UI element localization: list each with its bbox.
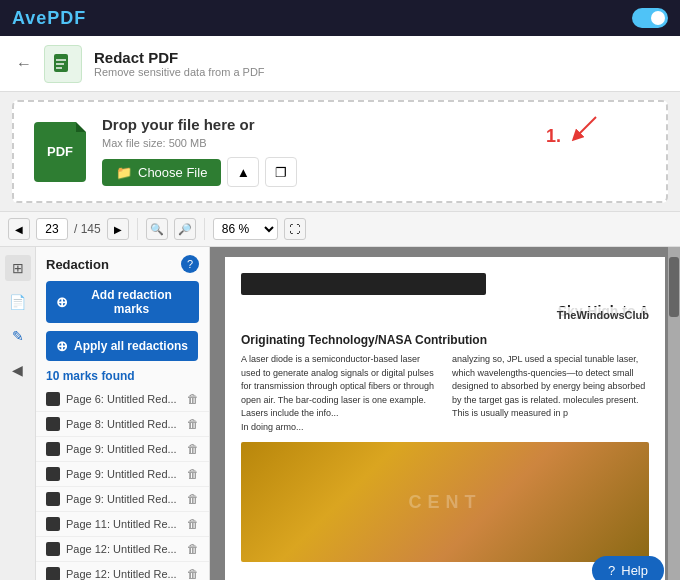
list-item: Page 12: Untitled Re... 🗑 — [36, 562, 209, 580]
toolbar-sep-1 — [137, 218, 138, 240]
upload-buttons: 📁 Choose File ▲ ❐ — [102, 157, 646, 187]
next-page-button[interactable]: ▶ — [107, 218, 129, 240]
pdf-page: Sky-High to A TheWindowsClub Originating… — [225, 257, 665, 580]
pdf-body2-text: In doing armo... — [241, 421, 438, 435]
svg-rect-3 — [56, 67, 62, 69]
mark-label: Page 11: Untitled Re... — [66, 518, 181, 530]
mark-delete-button[interactable]: 🗑 — [187, 567, 199, 580]
panel-content: Redaction ? ⊕ Add redaction marks 2. — [36, 247, 209, 580]
app-title-group: Redact PDF Remove sensitive data from a … — [94, 49, 265, 78]
toggle-switch[interactable] — [632, 8, 668, 28]
list-item: Page 11: Untitled Re... 🗑 — [36, 512, 209, 537]
app-icon — [44, 45, 82, 83]
list-item: Page 8: Untitled Red... 🗑 — [36, 412, 209, 437]
toolbar-row: ◀ / 145 ▶ 🔍 🔎 86 % 50 % 75 % 100 % 125 %… — [0, 211, 680, 247]
marks-count: 10 marks found — [36, 365, 209, 387]
svg-rect-1 — [56, 59, 66, 61]
list-item: Page 9: Untitled Red... 🗑 — [36, 487, 209, 512]
list-item: Page 9: Untitled Red... 🗑 — [36, 437, 209, 462]
fit-page-button[interactable]: ⛶ — [284, 218, 306, 240]
cloud-icon: ▲ — [237, 165, 250, 180]
add-redaction-icon: ⊕ — [56, 294, 68, 310]
panel-header: Redaction ? — [36, 247, 209, 277]
sub-header: ← Redact PDF Remove sensitive data from … — [0, 36, 680, 92]
left-icon-bar: ⊞ 📄 ✎ ◀ — [0, 247, 36, 580]
mark-label: Page 9: Untitled Red... — [66, 468, 181, 480]
grid-view-button[interactable]: ⊞ — [5, 255, 31, 281]
pdf-icon: PDF — [34, 122, 86, 182]
add-redaction-wrapper: ⊕ Add redaction marks 2. — [36, 277, 209, 327]
marks-list: Page 6: Untitled Red... 🗑 Page 8: Untitl… — [36, 387, 209, 580]
pdf-body: A laser diode is a semiconductor-based l… — [241, 353, 649, 434]
mark-delete-button[interactable]: 🗑 — [187, 517, 199, 531]
mark-label: Page 12: Untitled Re... — [66, 543, 181, 555]
help-icon: ? — [608, 563, 615, 578]
mark-delete-button[interactable]: 🗑 — [187, 442, 199, 456]
pdf-scrollbar[interactable] — [668, 247, 680, 580]
mark-checkbox[interactable] — [46, 517, 60, 531]
list-item: Page 9: Untitled Red... 🗑 — [36, 462, 209, 487]
choose-file-button[interactable]: 📁 Choose File — [102, 159, 221, 186]
left-panel: ⊞ 📄 ✎ ◀ Redaction ? ⊕ Add redaction mark… — [0, 247, 210, 580]
page-number-input[interactable] — [36, 218, 68, 240]
redact-pdf-icon — [51, 52, 75, 76]
app-logo: AvePDF — [12, 8, 86, 29]
mark-checkbox[interactable] — [46, 542, 60, 556]
back-button[interactable]: ← — [16, 55, 32, 73]
mark-label: Page 8: Untitled Red... — [66, 418, 181, 430]
page-total: / 145 — [74, 222, 101, 236]
mark-label: Page 12: Untitled Re... — [66, 568, 181, 580]
mark-delete-button[interactable]: 🗑 — [187, 417, 199, 431]
arrow-icon — [566, 112, 606, 142]
panel-title: Redaction — [46, 257, 109, 272]
list-item: Page 6: Untitled Red... 🗑 — [36, 387, 209, 412]
header-bar: AvePDF — [0, 0, 680, 36]
apply-redactions-button[interactable]: ⊕ Apply all redactions — [46, 331, 198, 361]
redaction-bar — [241, 273, 486, 295]
mark-checkbox[interactable] — [46, 417, 60, 431]
pdf-coin-image: CENT — [241, 442, 649, 562]
mark-checkbox[interactable] — [46, 567, 60, 580]
add-redaction-button[interactable]: ⊕ Add redaction marks — [46, 281, 199, 323]
prev-page-button[interactable]: ◀ — [8, 218, 30, 240]
mark-label: Page 9: Untitled Red... — [66, 443, 181, 455]
mark-delete-button[interactable]: 🗑 — [187, 492, 199, 506]
toolbar-sep-2 — [204, 218, 205, 240]
list-item: Page 12: Untitled Re... 🗑 — [36, 537, 209, 562]
mark-delete-button[interactable]: 🗑 — [187, 542, 199, 556]
pdf-col1-text: A laser diode is a semiconductor-based l… — [241, 353, 438, 421]
pdf-sub-heading: Originating Technology/NASA Contribution — [241, 333, 649, 347]
redact-tool-button[interactable]: ✎ — [5, 323, 31, 349]
collapse-panel-button[interactable]: ◀ — [5, 357, 31, 383]
folder-icon: 📁 — [116, 165, 132, 180]
pdf-view[interactable]: Sky-High to A TheWindowsClub Originating… — [210, 247, 680, 580]
mark-label: Page 6: Untitled Red... — [66, 393, 181, 405]
dropbox-button[interactable]: ❐ — [265, 157, 297, 187]
watermark-overlay: TheWindowsClub — [551, 307, 655, 323]
help-button[interactable]: ? Help — [592, 556, 664, 580]
apply-redaction-wrapper: ⊕ Apply all redactions 3. — [36, 327, 209, 365]
pdf-col2-text: analyzing so, JPL used a special tunable… — [452, 353, 649, 421]
main-area: ⊞ 📄 ✎ ◀ Redaction ? ⊕ Add redaction mark… — [0, 247, 680, 580]
pages-view-button[interactable]: 📄 — [5, 289, 31, 315]
mark-delete-button[interactable]: 🗑 — [187, 392, 199, 406]
mark-label: Page 9: Untitled Red... — [66, 493, 181, 505]
apply-redaction-icon: ⊕ — [56, 338, 68, 354]
app-subtitle: Remove sensitive data from a PDF — [94, 66, 265, 78]
mark-delete-button[interactable]: 🗑 — [187, 467, 199, 481]
upload-arrow-annotation: 1. — [546, 112, 606, 147]
mark-checkbox[interactable] — [46, 492, 60, 506]
google-drive-button[interactable]: ▲ — [227, 157, 259, 187]
pdf-scroll-thumb[interactable] — [669, 257, 679, 317]
dropbox-icon: ❐ — [275, 165, 287, 180]
zoom-select[interactable]: 86 % 50 % 75 % 100 % 125 % 150 % 200 % — [213, 218, 278, 240]
search-icon-btn[interactable]: 🔍 — [146, 218, 168, 240]
left-panel-row: ⊞ 📄 ✎ ◀ Redaction ? ⊕ Add redaction mark… — [0, 247, 209, 580]
mark-checkbox[interactable] — [46, 442, 60, 456]
search2-icon-btn[interactable]: 🔎 — [174, 218, 196, 240]
upload-area: PDF Drop your file here or Max file size… — [12, 100, 668, 203]
info-button[interactable]: ? — [181, 255, 199, 273]
mark-checkbox[interactable] — [46, 467, 60, 481]
svg-rect-2 — [56, 63, 64, 65]
mark-checkbox[interactable] — [46, 392, 60, 406]
